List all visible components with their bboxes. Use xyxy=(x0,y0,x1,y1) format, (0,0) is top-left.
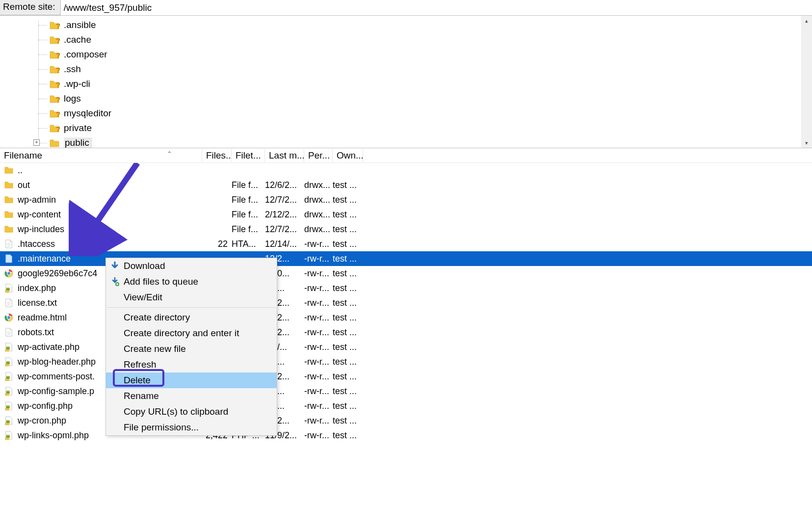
tree-item-label: .ssh xyxy=(64,64,81,75)
cell-perm: drwx... xyxy=(304,210,333,220)
remote-tree-panel: .ansible.cache.composer.ssh.wp-clilogsmy… xyxy=(0,16,812,148)
file-row[interactable]: .. xyxy=(0,163,812,178)
file-name: out xyxy=(18,180,30,190)
file-name: wp-links-opml.php xyxy=(18,430,89,441)
cell-perm: -rw-r... xyxy=(304,401,333,411)
menu-item-refresh[interactable]: Refresh xyxy=(106,357,277,372)
file-row[interactable]: outFile f...12/6/2...drwx...test ... xyxy=(0,178,812,192)
col-permissions[interactable]: Per... xyxy=(304,149,333,162)
cell-own: test ... xyxy=(333,401,363,411)
tree-item-label: private xyxy=(64,123,92,133)
cell-own: test ... xyxy=(333,372,363,382)
cell-perm: -rw-r... xyxy=(304,298,333,308)
menu-item-label: Rename xyxy=(124,391,159,401)
tree-scrollbar[interactable]: ▴ ▾ xyxy=(801,16,812,148)
menu-item-view-edit[interactable]: View/Edit xyxy=(106,290,277,305)
remote-site-label: Remote site: xyxy=(0,0,61,15)
cell-type: HTA... xyxy=(232,239,265,249)
menu-item-label: Create directory and enter it xyxy=(124,328,239,339)
menu-item-create-directory-and-enter-it[interactable]: Create directory and enter it xyxy=(106,325,277,341)
cell-mod: 2/12/2... xyxy=(265,210,304,220)
cell-type: File f... xyxy=(232,195,265,205)
folder-unknown-icon xyxy=(49,35,60,44)
file-name: .. xyxy=(18,165,23,176)
tree-item-private[interactable]: private xyxy=(49,121,812,135)
menu-item-create-new-file[interactable]: Create new file xyxy=(106,341,277,357)
tree-item-cache[interactable]: .cache xyxy=(49,32,812,47)
cell-perm: -rw-r... xyxy=(304,342,333,352)
menu-item-create-directory[interactable]: Create directory xyxy=(106,310,277,325)
cell-own: test ... xyxy=(333,357,363,367)
tree-item-label: logs xyxy=(64,93,81,104)
cell-own: test ... xyxy=(333,268,363,279)
cell-perm: -rw-r... xyxy=(304,239,333,249)
col-filename[interactable]: Filename xyxy=(0,149,202,162)
folder-unknown-icon xyxy=(49,94,60,103)
cell-perm: -rw-r... xyxy=(304,327,333,338)
cell-own: test ... xyxy=(333,239,363,249)
remote-tree[interactable]: .ansible.cache.composer.ssh.wp-clilogsmy… xyxy=(0,16,812,148)
cell-perm: -rw-r... xyxy=(304,254,333,264)
file-name: wp-comments-post. xyxy=(18,372,95,382)
menu-item-label: Create directory xyxy=(124,312,190,323)
cell-type: File f... xyxy=(232,224,265,235)
tree-item-label: .ansible xyxy=(64,20,96,30)
scroll-track[interactable] xyxy=(801,26,812,138)
tree-item-label: .wp-cli xyxy=(64,79,90,89)
file-list-headers[interactable]: Filename Files... Filet... Last m... Per… xyxy=(0,148,812,163)
file-name: wp-blog-header.php xyxy=(18,357,96,367)
download-icon xyxy=(110,261,120,271)
tree-item-logs[interactable]: logs xyxy=(49,91,812,106)
file-icon xyxy=(4,298,14,308)
php-icon xyxy=(4,416,14,426)
file-name: wp-config-sample.p xyxy=(18,386,94,397)
menu-item-label: View/Edit xyxy=(124,292,162,303)
queue-icon xyxy=(110,277,120,287)
remote-path-input[interactable] xyxy=(61,0,812,15)
tree-item-public[interactable]: +public xyxy=(49,135,812,148)
cell-own: test ... xyxy=(333,416,363,426)
col-filetype[interactable]: Filet... xyxy=(232,149,265,162)
file-row[interactable]: wp-contentFile f...2/12/2...drwx...test … xyxy=(0,207,812,222)
menu-item-delete[interactable]: Delete xyxy=(106,372,277,388)
col-filesize[interactable]: Files... xyxy=(202,149,232,162)
tree-item-mysqleditor[interactable]: mysqleditor xyxy=(49,106,812,121)
menu-item-label: Copy URL(s) to clipboard xyxy=(124,406,228,417)
scroll-up-icon[interactable]: ▴ xyxy=(801,16,812,26)
tree-item-wp-cli[interactable]: .wp-cli xyxy=(49,77,812,91)
file-name: wp-activate.php xyxy=(18,342,79,352)
file-row[interactable]: wp-includesFile f...12/7/2...drwx...test… xyxy=(0,222,812,237)
file-name: google9269eb6c7c4 xyxy=(18,268,97,279)
cell-perm: -rw-r... xyxy=(304,386,333,397)
tree-item-ansible[interactable]: .ansible xyxy=(49,18,812,32)
folder-icon xyxy=(4,165,14,175)
tree-item-composer[interactable]: .composer xyxy=(49,47,812,62)
file-blue-icon xyxy=(4,254,14,264)
scroll-down-icon[interactable]: ▾ xyxy=(801,138,812,148)
remote-path-bar: Remote site: xyxy=(0,0,812,16)
cell-mod: 12/14/... xyxy=(265,239,304,249)
file-row[interactable]: wp-adminFile f...12/7/2...drwx...test ..… xyxy=(0,192,812,207)
menu-item-download[interactable]: Download xyxy=(106,258,277,274)
menu-item-label: Refresh xyxy=(124,359,157,370)
menu-item-copy-url-s-to-clipboard[interactable]: Copy URL(s) to clipboard xyxy=(106,404,277,420)
cell-perm: drwx... xyxy=(304,180,333,190)
file-row[interactable]: .htaccess22HTA...12/14/...-rw-r...test .… xyxy=(0,237,812,251)
menu-item-file-permissions[interactable]: File permissions... xyxy=(106,420,277,435)
chrome-icon xyxy=(4,313,14,322)
menu-item-label: Create new file xyxy=(124,344,186,354)
tree-item-ssh[interactable]: .ssh xyxy=(49,62,812,77)
menu-item-rename[interactable]: Rename xyxy=(106,388,277,404)
cell-own: test ... xyxy=(333,298,363,308)
php-icon xyxy=(4,430,14,440)
cell-type: File f... xyxy=(232,180,265,190)
file-name: index.php xyxy=(18,283,56,293)
folder-unknown-icon xyxy=(49,65,60,74)
col-owner[interactable]: Own... xyxy=(333,149,363,162)
folder-unknown-icon xyxy=(49,50,60,59)
col-modified[interactable]: Last m... xyxy=(265,149,304,162)
menu-item-add-files-to-queue[interactable]: Add files to queue xyxy=(106,274,277,290)
expander-icon[interactable]: + xyxy=(33,139,40,146)
context-menu[interactable]: DownloadAdd files to queueView/EditCreat… xyxy=(105,258,277,436)
folder-unknown-icon xyxy=(49,109,60,118)
